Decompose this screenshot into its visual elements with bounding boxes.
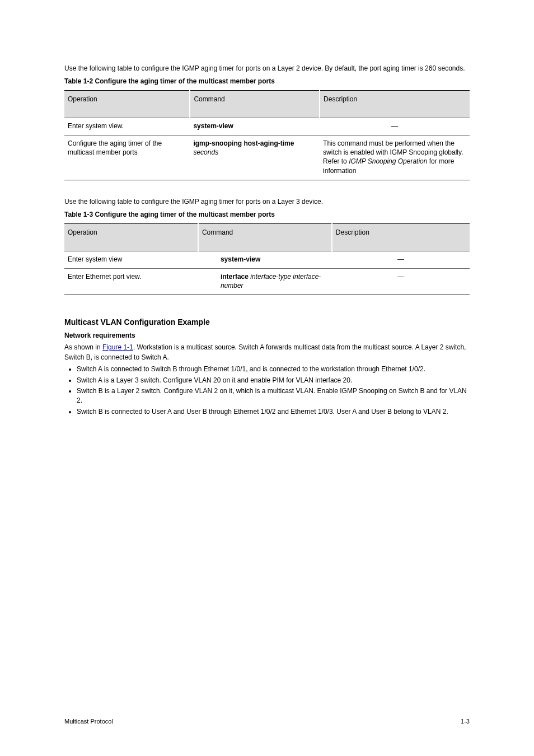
footer-text: Multicast Protocol (64, 718, 113, 725)
cell-description: — (332, 251, 470, 268)
config-example-heading: Multicast VLAN Configuration Example (64, 318, 470, 326)
cell-description: — (320, 118, 470, 135)
cell-operation: Enter system view (64, 251, 198, 268)
col-operation: Operation (64, 90, 190, 118)
cell-operation: Enter Ethernet port view. (64, 268, 198, 295)
list-item: Switch B is a Layer 2 switch. Configure … (77, 386, 470, 406)
table-3-caption: Table 1-3 Configure the aging timer of t… (64, 210, 470, 220)
cell-description: This command must be performed when the … (320, 135, 470, 180)
bullets: Switch A is connected to Switch B throug… (77, 365, 470, 417)
intro-text-1: Use the following table to configure the… (64, 64, 470, 73)
col-description: Description (320, 90, 470, 118)
table-row: Enter system view system-view — (64, 251, 470, 268)
cell-operation: Configure the aging timer of the multica… (64, 135, 190, 180)
list-item: Switch A is a Layer 3 switch. Configure … (77, 376, 470, 385)
table-row: Configure the aging timer of the multica… (64, 135, 470, 180)
col-description: Description (332, 223, 470, 251)
list-item: Switch A is connected to Switch B throug… (77, 365, 470, 374)
network-requirements-heading: Network requirements (64, 331, 470, 340)
list-item: Switch B is connected to User A and User… (77, 407, 470, 417)
cell-operation: Enter system view. (64, 118, 190, 135)
network-requirements-body: As shown in Figure 1-1, Workstation is a… (64, 343, 470, 362)
col-command: Command (198, 223, 332, 251)
cell-description: — (332, 268, 470, 295)
page-number: 1-3 (461, 718, 470, 725)
table-header-row: Operation Command Description (64, 223, 470, 251)
table-3: Operation Command Description Enter syst… (64, 223, 470, 296)
col-operation: Operation (64, 223, 198, 251)
table-row: Enter Ethernet port view. interface inte… (64, 268, 470, 295)
cell-command: system-view (198, 251, 332, 268)
cell-command: system-view (190, 118, 320, 135)
table-2-caption: Table 1-2 Configure the aging timer of t… (64, 77, 470, 86)
col-command: Command (190, 90, 320, 118)
intro-text-2: Use the following table to configure the… (64, 197, 470, 207)
figure-link[interactable]: Figure 1-1 (102, 343, 133, 351)
table-2: Operation Command Description Enter syst… (64, 90, 470, 180)
table-header-row: Operation Command Description (64, 90, 470, 118)
cell-command: igmp-snooping host-aging-time seconds (190, 135, 320, 180)
table-row: Enter system view. system-view — (64, 118, 470, 135)
cell-command: interface interface-type interface-numbe… (198, 268, 332, 295)
